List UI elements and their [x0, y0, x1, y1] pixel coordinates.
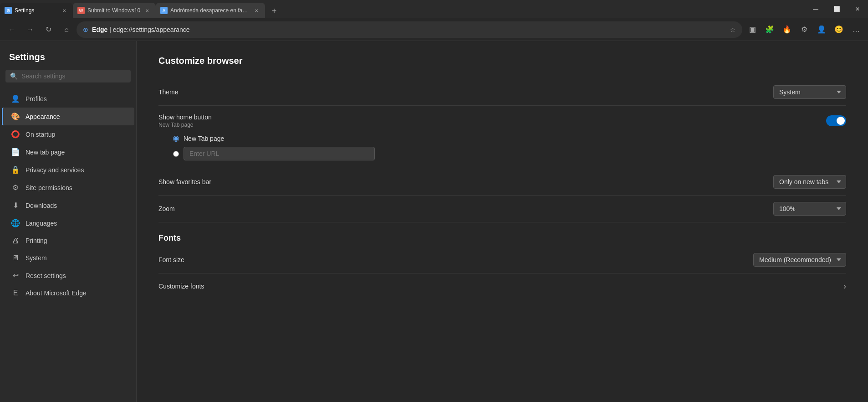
window-controls: — ⬜ ✕ — [805, 0, 868, 18]
sidebar-item-new-tab-page[interactable]: 📄 New tab page — [2, 143, 134, 161]
radio-new-tab-page: New Tab page — [173, 135, 846, 142]
favorites-bar-select[interactable]: Always Never Only on new tabs — [773, 175, 846, 189]
sidebar-item-downloads[interactable]: ⬇ Downloads — [2, 196, 134, 214]
tab-andromeda[interactable]: A Andrómeda desaparece en favor… ✕ — [156, 3, 265, 18]
toggle-knob — [837, 117, 845, 125]
home-button[interactable]: ⌂ — [58, 21, 75, 38]
sidebar-items-list: 👤 Profiles 🎨 Appearance ⭕ On startup 📄 N… — [0, 90, 136, 302]
sidebar-item-privacy-services[interactable]: 🔒 Privacy and services — [2, 161, 134, 179]
home-button-toggle[interactable] — [826, 115, 846, 126]
font-size-label: Font size — [158, 256, 184, 263]
sidebar-label-printing: Printing — [26, 237, 47, 244]
forward-button[interactable]: → — [22, 21, 38, 38]
sidebar-label-languages: Languages — [26, 220, 57, 227]
zoom-select[interactable]: 75% 85% 100% 110% 125% 150% 175% 200% — [773, 202, 846, 216]
search-settings-input[interactable] — [21, 72, 126, 80]
sidebar-item-profiles[interactable]: 👤 Profiles — [2, 90, 134, 108]
sidebar-icon-site-permissions: ⚙ — [11, 183, 20, 192]
home-button-setting-row: Show home button New Tab page New Tab pa… — [158, 106, 846, 169]
home-button-row-header: Show home button New Tab page — [158, 106, 846, 131]
favorites-icon[interactable]: ☆ — [730, 26, 736, 33]
home-button-label-group: Show home button New Tab page — [158, 113, 212, 128]
home-button-label: Show home button — [158, 113, 212, 121]
customize-fonts-label: Customize fonts — [158, 283, 204, 290]
tab-favicon-andromeda: A — [160, 7, 168, 14]
tab-close-andromeda[interactable]: ✕ — [252, 6, 260, 15]
tabs-area: ⚙ Settings ✕ W Submit to Windows10 ✕ A A… — [0, 0, 805, 18]
page-title: Customize browser — [158, 56, 846, 66]
more-options-button[interactable]: … — [848, 21, 864, 38]
settings-more-button[interactable]: ⚙ — [796, 21, 812, 38]
chevron-right-icon: › — [843, 282, 846, 291]
radio-new-tab-label: New Tab page — [184, 135, 224, 142]
sidebar-label-about-edge: About Microsoft Edge — [26, 289, 87, 297]
radio-new-tab-input[interactable] — [173, 136, 179, 142]
font-size-setting-row: Font size Small Medium (Recommended) Lar… — [158, 247, 846, 273]
maximize-button[interactable]: ⬜ — [826, 2, 847, 16]
sidebar-item-system[interactable]: 🖥 System — [2, 249, 134, 267]
tab-favicon-submit-win10: W — [77, 7, 85, 14]
tab-title-submit-win10: Submit to Windows10 — [87, 7, 140, 14]
sidebar-icon-on-startup: ⭕ — [11, 130, 20, 139]
sidebar: Settings 🔍 👤 Profiles 🎨 Appearance ⭕ On … — [0, 41, 137, 402]
search-box[interactable]: 🔍 — [5, 70, 131, 82]
refresh-button[interactable]: ↻ — [40, 21, 56, 38]
collections-button[interactable]: ▣ — [744, 21, 761, 38]
zoom-setting-row: Zoom 75% 85% 100% 110% 125% 150% 175% 20… — [158, 196, 846, 222]
sidebar-label-system: System — [26, 254, 47, 262]
navbar: ← → ↻ ⌂ ⊕ Edge | edge://settings/appeara… — [0, 18, 868, 41]
tab-submit-win10[interactable]: W Submit to Windows10 ✕ — [73, 3, 156, 18]
customize-fonts-row[interactable]: Customize fonts › — [158, 273, 846, 299]
sidebar-icon-new-tab-page: 📄 — [11, 148, 20, 156]
address-text: Edge | edge://settings/appearance — [92, 26, 726, 33]
radio-url-input[interactable] — [173, 151, 179, 157]
sidebar-label-site-permissions: Site permissions — [26, 184, 72, 191]
tab-settings[interactable]: ⚙ Settings ✕ — [0, 3, 73, 18]
favorites-bar-label: Show favorites bar — [158, 178, 211, 186]
sidebar-title: Settings — [0, 48, 136, 70]
home-button-radio-group: New Tab page — [158, 131, 846, 169]
search-icon: 🔍 — [10, 72, 18, 80]
theme-select[interactable]: System Light Dark — [773, 85, 846, 99]
sidebar-icon-about-edge: E — [11, 289, 20, 297]
address-bar[interactable]: ⊕ Edge | edge://settings/appearance ☆ — [77, 21, 742, 38]
sidebar-item-site-permissions[interactable]: ⚙ Site permissions — [2, 179, 134, 196]
fonts-section-title: Fonts — [158, 233, 846, 243]
sidebar-icon-system: 🖥 — [11, 254, 20, 262]
theme-setting-row: Theme System Light Dark — [158, 79, 846, 106]
tab-close-submit-win10[interactable]: ✕ — [143, 6, 151, 15]
sidebar-icon-privacy-services: 🔒 — [11, 165, 20, 174]
browser-brand: Edge — [92, 26, 107, 33]
new-tab-button[interactable]: + — [267, 4, 281, 18]
profile-button[interactable]: 👤 — [813, 21, 830, 38]
titlebar: ⚙ Settings ✕ W Submit to Windows10 ✕ A A… — [0, 0, 868, 18]
minimize-button[interactable]: — — [805, 2, 826, 16]
sidebar-label-profiles: Profiles — [26, 95, 47, 103]
sidebar-icon-languages: 🌐 — [11, 219, 20, 227]
address-separator: | — [109, 26, 113, 33]
sidebar-item-printing[interactable]: 🖨 Printing — [2, 232, 134, 249]
content-area: Customize browser Theme System Light Dar… — [137, 41, 868, 402]
sidebar-label-privacy-services: Privacy and services — [26, 166, 84, 174]
rewards-button[interactable]: 🔥 — [779, 21, 795, 38]
nav-actions: ▣ 🧩 🔥 ⚙ 👤 😊 … — [744, 21, 864, 38]
main-layout: Settings 🔍 👤 Profiles 🎨 Appearance ⭕ On … — [0, 41, 868, 402]
tab-title-settings: Settings — [15, 7, 57, 14]
sidebar-item-appearance[interactable]: 🎨 Appearance — [2, 108, 134, 125]
sidebar-item-on-startup[interactable]: ⭕ On startup — [2, 125, 134, 143]
font-size-select[interactable]: Small Medium (Recommended) Large Very La… — [753, 253, 846, 267]
url-text-input[interactable] — [184, 147, 375, 160]
edge-logo-icon: ⊕ — [83, 26, 88, 33]
close-button[interactable]: ✕ — [847, 2, 868, 16]
sidebar-item-languages[interactable]: 🌐 Languages — [2, 214, 134, 232]
sidebar-item-reset-settings[interactable]: ↩ Reset settings — [2, 267, 134, 284]
sidebar-label-downloads: Downloads — [26, 202, 57, 209]
tab-close-settings[interactable]: ✕ — [60, 6, 68, 15]
sidebar-item-about-edge[interactable]: E About Microsoft Edge — [2, 284, 134, 302]
sidebar-label-on-startup: On startup — [26, 131, 55, 138]
extensions-button[interactable]: 🧩 — [761, 21, 778, 38]
back-button[interactable]: ← — [4, 21, 20, 38]
sidebar-icon-printing: 🖨 — [11, 237, 20, 245]
emoji-button[interactable]: 😊 — [831, 21, 847, 38]
favorites-bar-setting-row: Show favorites bar Always Never Only on … — [158, 169, 846, 196]
